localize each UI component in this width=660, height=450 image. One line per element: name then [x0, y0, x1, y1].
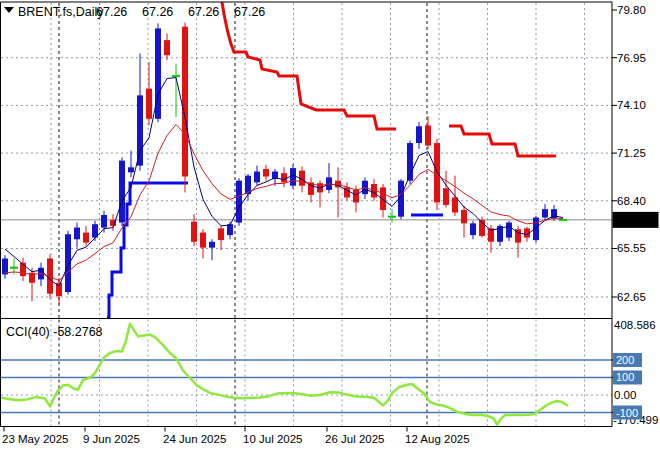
price-axis-label: 79.80 — [617, 4, 646, 16]
symbol-title[interactable]: BRENT.fs,Daily — [18, 5, 104, 19]
candle-down — [146, 89, 152, 119]
date-axis-label: 24 Jun 2025 — [163, 433, 226, 445]
candle-down — [380, 187, 386, 210]
cci-guide-badge-label: -100 — [616, 407, 638, 419]
candle-down — [281, 173, 287, 182]
candle-down — [263, 169, 269, 177]
candle-up — [137, 95, 143, 165]
ohlc-value: 67.26 — [188, 5, 219, 19]
cci-indicator-label: CCI(40) -58.2768 — [6, 325, 103, 339]
trading-chart-window: 408.586 0.00 -170.499 79.8076.9574.1071.… — [0, 0, 660, 450]
candles — [2, 23, 567, 305]
candle-up — [209, 242, 215, 248]
date-axis: 23 May 20259 Jun 202524 Jun 202510 Jul 2… — [2, 427, 470, 446]
candle-down — [461, 210, 467, 223]
candle-up — [119, 161, 125, 223]
candle-down — [182, 27, 188, 177]
candle-down — [83, 233, 89, 243]
candle-up — [128, 167, 134, 172]
candle-down — [452, 197, 458, 212]
candle-down — [164, 40, 170, 55]
ohlc-readout: 67.2667.2667.2667.26 — [96, 5, 265, 19]
candle-up — [362, 181, 368, 194]
price-axis-label: 74.10 — [617, 99, 646, 111]
candle-down — [218, 228, 224, 240]
date-axis-label: 9 Jun 2025 — [83, 433, 140, 445]
candle-down — [443, 188, 449, 205]
vertical-gridlines — [51, 3, 585, 427]
cci-axis-zero-label: 0.00 — [614, 389, 636, 401]
horizontal-gridlines — [1, 58, 612, 297]
candle-up — [290, 168, 296, 186]
candle-up — [236, 181, 242, 223]
ohlc-value: 67.26 — [142, 5, 173, 19]
stepped-trend-lines — [107, 2, 556, 317]
date-axis-label: 23 May 2025 — [2, 433, 69, 445]
candle-up — [506, 223, 512, 238]
candle-up — [416, 126, 422, 143]
candle-down — [353, 190, 359, 203]
price-axis-label: 68.40 — [617, 195, 646, 207]
candle-down — [425, 125, 431, 145]
resistance-step-line — [449, 126, 556, 156]
candle-up — [254, 171, 260, 182]
price-axis-label: 76.95 — [617, 52, 646, 64]
candle-up — [470, 223, 476, 235]
resistance-step-line — [222, 2, 396, 129]
panel-borders — [1, 2, 613, 427]
candle-up — [542, 209, 548, 217]
cci-guide-lines — [1, 360, 612, 413]
ohlc-value: 67.26 — [234, 5, 265, 19]
date-axis-label: 26 Jul 2025 — [325, 433, 384, 445]
title-bar: BRENT.fs,Daily 67.2667.2667.2667.26 — [4, 5, 265, 19]
chart-canvas[interactable]: 408.586 0.00 -170.499 79.8076.9574.1071.… — [0, 0, 660, 450]
candle-up — [65, 234, 71, 292]
price-axis-label: 65.55 — [617, 242, 646, 254]
candle-down — [191, 222, 197, 242]
price-axis-label: 71.25 — [617, 147, 646, 159]
date-axis-label: 12 Aug 2025 — [405, 433, 470, 445]
candle-down — [200, 233, 206, 248]
slow-ema-line — [5, 125, 563, 281]
price-axis-label: 62.65 — [617, 291, 646, 303]
candle-up — [2, 259, 8, 275]
symbol-dropdown-icon[interactable] — [4, 7, 14, 13]
price-axis: 79.8076.9574.1071.2568.4065.5562.6567.26… — [612, 4, 659, 420]
candle-up — [74, 228, 80, 240]
cci-guide-badge-label: 100 — [616, 371, 634, 383]
ohlc-value: 67.26 — [96, 5, 127, 19]
current-price-badge-label: 67.26 — [617, 214, 646, 226]
cci-axis-max-label: 408.586 — [614, 319, 656, 331]
candle-up — [101, 215, 107, 228]
cci-guide-badge-label: 200 — [616, 354, 634, 366]
date-axis-label: 10 Jul 2025 — [243, 433, 302, 445]
